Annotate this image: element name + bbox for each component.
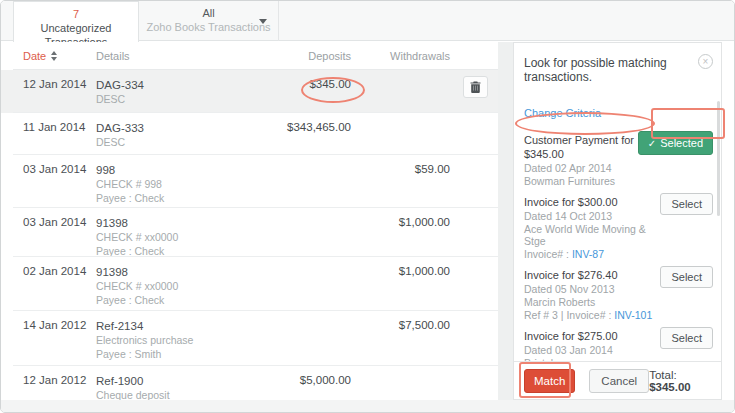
row-deposit: $5,000.00 <box>235 366 355 400</box>
tab-zoho-books-label: Zoho Books Transactions <box>139 20 278 34</box>
row-reference: DAG-334 <box>96 78 235 92</box>
uncategorized-count-badge: 7 <box>14 8 138 21</box>
matched-transaction-title: Customer Payment for $345.00 <box>524 133 638 161</box>
row-payee: Payee : Check <box>96 192 235 205</box>
table-header-row: Date Details Deposits Withdrawals <box>1 42 498 70</box>
suggestion-party: Marcin Roberts <box>524 296 660 308</box>
table-row[interactable]: 11 Jan 2014 DAG-333 DESC $343,465.00 <box>1 113 498 155</box>
row-deposit <box>235 257 355 311</box>
delete-transaction-button[interactable] <box>463 76 488 98</box>
column-header-date[interactable]: Date <box>1 50 96 62</box>
row-withdrawal <box>355 113 452 155</box>
suggestion-date: Dated 14 Oct 2013 <box>524 210 660 222</box>
row-deposit <box>235 311 355 366</box>
app-window: 7 Uncategorized Transactions All Zoho Bo… <box>0 0 735 413</box>
check-icon: ✓ <box>648 138 656 149</box>
row-reference: 998 <box>96 163 235 177</box>
row-date: 11 Jan 2014 <box>1 113 96 155</box>
suggestion-ref-label: Ref # 3 | Invoice# : <box>524 309 614 321</box>
row-date: 02 Jan 2014 <box>1 257 96 311</box>
row-reference: DAG-333 <box>96 121 235 135</box>
trash-icon <box>470 81 481 93</box>
row-reference: Ref-1900 <box>96 374 235 388</box>
selected-button[interactable]: ✓Selected <box>638 131 713 155</box>
suggestion-date: Dated 03 Jan 2014 <box>524 344 660 356</box>
row-reference: 91398 <box>96 265 235 279</box>
row-deposit <box>235 208 355 257</box>
sort-icon[interactable] <box>51 51 57 61</box>
date-header-label: Date <box>23 50 46 62</box>
select-button[interactable]: Select <box>660 327 713 349</box>
row-withdrawal: $7,500.00 <box>355 311 452 366</box>
panel-footer: Match Cancel Total: $345.00 <box>514 361 721 399</box>
row-date: 12 Jan 2012 <box>1 366 96 400</box>
row-payee: Payee : Check <box>96 245 235 258</box>
tab-all-zoho-books-transactions[interactable]: All Zoho Books Transactions <box>139 1 279 41</box>
row-withdrawal <box>355 366 452 400</box>
suggestion-title: Invoice for $276.40 <box>524 268 660 282</box>
tab-bar: 7 Uncategorized Transactions All Zoho Bo… <box>1 1 734 41</box>
row-date: 12 Jan 2014 <box>1 70 96 113</box>
row-withdrawal <box>355 70 452 113</box>
row-description: DESC <box>96 136 235 149</box>
column-header-deposits: Deposits <box>235 50 355 62</box>
row-deposit <box>235 155 355 208</box>
suggestion-date: Dated 05 Nov 2013 <box>524 283 660 295</box>
table-row[interactable]: 02 Jan 2014 91398 CHECK # xx0000 Payee :… <box>1 257 498 311</box>
row-withdrawal: $1,000.00 <box>355 257 452 311</box>
row-description: CHECK # xx0000 <box>96 231 235 244</box>
select-button[interactable]: Select <box>660 266 713 288</box>
panel-scrollbar[interactable] <box>717 101 720 216</box>
row-description: Cheque deposit <box>96 389 235 400</box>
row-reference: 91398 <box>96 216 235 230</box>
row-description: DESC <box>96 93 235 106</box>
matching-transactions-panel: Look for possible matching transactions.… <box>513 42 722 400</box>
table-row[interactable]: 14 Jan 2012 Ref-2134 Electronics purchas… <box>1 311 498 366</box>
invoice-link[interactable]: INV-87 <box>572 248 604 260</box>
table-row[interactable]: 12 Jan 2012 Ref-1900 Cheque deposit $5,0… <box>1 366 498 400</box>
cancel-button[interactable]: Cancel <box>589 369 649 393</box>
row-description: CHECK # xx0000 <box>96 280 235 293</box>
change-criteria-link[interactable]: Change Criteria <box>524 107 601 120</box>
bottom-strip <box>1 400 734 412</box>
row-description: CHECK # 998 <box>96 178 235 191</box>
tab-uncategorized-transactions[interactable]: 7 Uncategorized Transactions <box>13 1 139 42</box>
matched-transaction-item: Customer Payment for $345.00 Dated 02 Ap… <box>524 133 713 187</box>
chevron-down-icon[interactable] <box>259 19 267 24</box>
row-date: 03 Jan 2014 <box>1 155 96 208</box>
table-row[interactable]: 03 Jan 2014 91398 CHECK # xx0000 Payee :… <box>1 208 498 257</box>
row-description: Electronics purchase <box>96 334 235 347</box>
panel-title: Look for possible matching transactions. <box>524 43 713 84</box>
suggestion-ref-label: Invoice# : <box>524 248 572 260</box>
select-button[interactable]: Select <box>660 193 713 215</box>
total-value: $345.00 <box>649 381 691 393</box>
row-payee: Payee : Check <box>96 294 235 307</box>
total-amount: Total: $345.00 <box>649 369 711 393</box>
row-withdrawal: $1,000.00 <box>355 208 452 257</box>
table-row[interactable]: 12 Jan 2014 DAG-334 DESC $345.00 <box>1 70 498 113</box>
row-payee: Payee : Smith <box>96 348 235 361</box>
row-deposit: $345.00 <box>235 70 355 113</box>
row-withdrawal: $59.00 <box>355 155 452 208</box>
match-button[interactable]: Match <box>524 369 575 393</box>
matched-transaction-date: Dated 02 Apr 2014 <box>524 162 638 174</box>
suggestion-item: Invoice for $276.40 Dated 05 Nov 2013 Ma… <box>524 268 713 321</box>
panel-gutter <box>498 42 513 400</box>
main-content: Date Details Deposits Withdrawals 12 Jan… <box>1 42 734 400</box>
matched-transaction-party: Bowman Furnitures <box>524 175 638 187</box>
invoice-link[interactable]: INV-101 <box>614 309 652 321</box>
transactions-table: Date Details Deposits Withdrawals 12 Jan… <box>1 42 498 400</box>
suggestion-party: Ace World Wide Moving & Stge <box>524 223 660 247</box>
suggestion-item: Invoice for $300.00 Dated 14 Oct 2013 Ac… <box>524 195 713 260</box>
row-date: 14 Jan 2012 <box>1 311 96 366</box>
selected-button-label: Selected <box>660 137 703 149</box>
total-label: Total: <box>649 369 677 381</box>
close-icon[interactable]: × <box>698 54 713 69</box>
tab-all-label: All <box>139 7 278 20</box>
row-deposit: $343,465.00 <box>235 113 355 155</box>
suggestion-title: Invoice for $275.00 <box>524 329 660 343</box>
column-header-withdrawals: Withdrawals <box>355 50 452 62</box>
suggestion-title: Invoice for $300.00 <box>524 195 660 209</box>
table-row[interactable]: 03 Jan 2014 998 CHECK # 998 Payee : Chec… <box>1 155 498 208</box>
column-header-details: Details <box>96 50 235 62</box>
